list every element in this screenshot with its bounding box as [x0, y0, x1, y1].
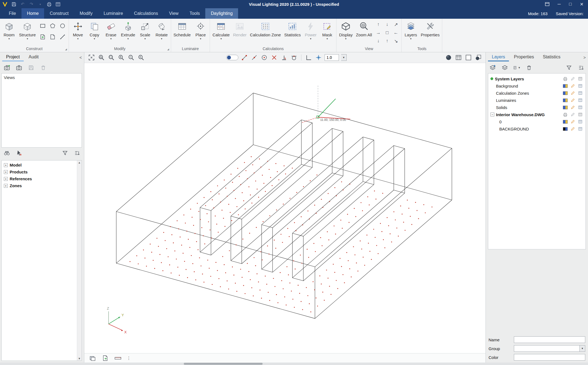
import-layers-button[interactable]: [501, 64, 508, 71]
grid-icon[interactable]: [578, 77, 583, 81]
color-input[interactable]: [514, 354, 585, 361]
horizontal-scrollbar[interactable]: [0, 363, 588, 365]
edit-icon[interactable]: [570, 77, 575, 81]
layer-color-swatch[interactable]: [563, 98, 568, 103]
layer-color-swatch[interactable]: [563, 105, 568, 110]
mask-button[interactable]: Mask ▾: [319, 19, 335, 40]
delete-layer-button[interactable]: [525, 64, 533, 71]
tilt-up-button[interactable]: ↑: [383, 37, 392, 45]
tab-properties[interactable]: Properties: [510, 53, 538, 61]
group-input[interactable]: [514, 345, 580, 352]
copy-button[interactable]: Copy ▾: [87, 19, 103, 40]
group-dropdown-button[interactable]: ▼: [580, 345, 585, 352]
tab-tools[interactable]: Tools: [184, 8, 205, 19]
delete-view-button[interactable]: [40, 64, 47, 71]
tab-statistics[interactable]: Statistics: [539, 53, 564, 61]
schedule-table-button[interactable]: [55, 1, 61, 7]
layer-color-swatch[interactable]: [563, 84, 568, 88]
capture-view-button[interactable]: [15, 64, 23, 71]
statistics-button[interactable]: Statistics: [283, 19, 302, 37]
dialog-launcher-icon[interactable]: ◢: [167, 48, 169, 51]
layer-row-background-dwg[interactable]: BACKGROUND: [489, 125, 585, 132]
edit-icon[interactable]: [570, 119, 575, 124]
fit-view-button[interactable]: [88, 54, 95, 61]
tree-item-products[interactable]: + Products: [2, 168, 76, 175]
print-icon[interactable]: [563, 112, 568, 117]
dialog-launcher-icon[interactable]: ◢: [65, 48, 67, 51]
pan-left-button[interactable]: ←: [392, 29, 400, 37]
tab-layers[interactable]: Layers: [488, 53, 509, 61]
collapse-icon[interactable]: −: [490, 113, 494, 116]
grid-icon[interactable]: [578, 119, 583, 124]
scale-ruler-button[interactable]: [114, 354, 122, 362]
edit-icon[interactable]: [570, 91, 575, 96]
tree-scrollbar[interactable]: ▲ ▼: [77, 160, 82, 361]
midpoint-snap-button[interactable]: [250, 54, 258, 61]
sheet-layout-button[interactable]: [89, 354, 96, 362]
undo-button[interactable]: ↶: [20, 1, 25, 7]
scroll-down-icon[interactable]: ▼: [78, 357, 81, 360]
pan-right-button[interactable]: →: [374, 29, 383, 37]
expand-panel-button[interactable]: >: [583, 55, 586, 60]
extrude-button[interactable]: Extrude ▾: [120, 19, 137, 40]
expand-icon[interactable]: +: [4, 170, 8, 174]
intersection-snap-button[interactable]: [270, 54, 278, 61]
move-button[interactable]: Move ▾: [70, 19, 86, 40]
filter-layers-button[interactable]: [565, 64, 573, 71]
scroll-up-icon[interactable]: ▲: [78, 161, 81, 164]
layer-row-0[interactable]: 0: [489, 118, 585, 125]
add-view-button[interactable]: [3, 64, 10, 71]
plan-view-button[interactable]: □: [383, 29, 392, 37]
polar-tracking-button[interactable]: [315, 54, 322, 61]
line-tool-button[interactable]: [58, 31, 68, 42]
zoom-all-button[interactable]: Zoom All: [355, 19, 373, 37]
drawing-canvas[interactable]: 11.00, 150.00, 0.00 Z Y X: [84, 63, 485, 353]
expand-icon[interactable]: +: [4, 184, 8, 188]
close-button[interactable]: ✕: [580, 2, 584, 7]
save-button[interactable]: [11, 1, 17, 7]
tab-view[interactable]: View: [163, 8, 184, 19]
name-input[interactable]: [514, 336, 585, 343]
angle-input[interactable]: [325, 54, 339, 61]
scrollbar-thumb[interactable]: [184, 363, 263, 365]
grid-mode-button[interactable]: [455, 54, 462, 61]
polygon-structure-button[interactable]: [48, 31, 58, 42]
expand-icon[interactable]: +: [4, 177, 8, 181]
layers-button[interactable]: Layers ▾: [403, 19, 419, 40]
angle-dropdown-button[interactable]: ▼: [341, 54, 347, 61]
edit-icon[interactable]: [570, 112, 575, 117]
shaded-mode-button[interactable]: [445, 54, 452, 61]
scale-button[interactable]: Scale ▾: [137, 19, 153, 40]
orbit-se-button[interactable]: ↘: [392, 37, 400, 45]
layer-group-dwg[interactable]: − Interior Warehouse.DWG: [489, 111, 585, 118]
pan-up-button[interactable]: ↑: [374, 20, 383, 29]
add-layer-button[interactable]: [489, 64, 496, 71]
orbit-ne-button[interactable]: ↗: [392, 20, 400, 29]
layer-color-swatch[interactable]: [563, 91, 568, 96]
tab-project[interactable]: Project: [2, 53, 24, 61]
polygon-room-button[interactable]: [48, 20, 58, 31]
tilt-down-button[interactable]: ↓: [374, 37, 383, 45]
find-button[interactable]: [3, 149, 10, 157]
tree-item-model[interactable]: + Model: [2, 162, 76, 168]
tab-calculations[interactable]: Calculations: [128, 8, 163, 19]
print-icon[interactable]: [563, 77, 568, 81]
edit-icon[interactable]: [570, 84, 575, 88]
layer-row-solids[interactable]: Solids: [489, 104, 585, 111]
perpendicular-snap-button[interactable]: [280, 54, 288, 61]
tangent-snap-button[interactable]: [290, 54, 298, 61]
white-background-button[interactable]: [465, 54, 472, 61]
layer-row-luminaires[interactable]: Luminaires: [489, 97, 585, 104]
layer-row-background[interactable]: Background: [489, 82, 585, 89]
grid-icon[interactable]: [578, 91, 583, 96]
calculation-zone-button[interactable]: Calculation Zone: [249, 19, 282, 37]
filter-button[interactable]: [61, 149, 69, 157]
layer-options-dropdown[interactable]: ▼: [513, 64, 520, 71]
edit-icon[interactable]: [570, 105, 575, 110]
erase-button[interactable]: Erase ▾: [103, 19, 119, 40]
zoom-home-button[interactable]: [98, 54, 105, 61]
save-view-button[interactable]: [28, 64, 35, 71]
tab-luminaire[interactable]: Luminaire: [98, 8, 128, 19]
structure-button[interactable]: Structure ▾: [18, 19, 37, 40]
tab-file[interactable]: File: [3, 8, 21, 19]
